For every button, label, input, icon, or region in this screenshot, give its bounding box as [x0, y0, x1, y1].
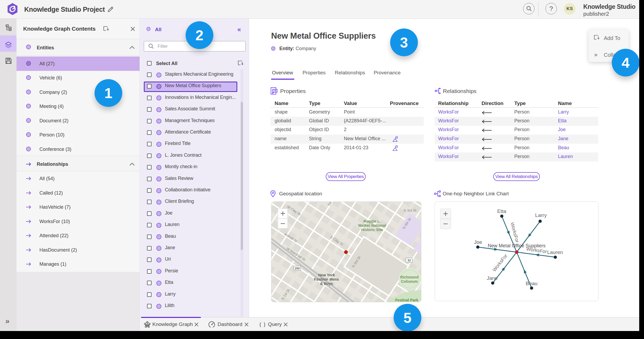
svg-text:Festival Park: Festival Park: [395, 298, 418, 302]
svg-text:Coliseum: Coliseum: [401, 279, 418, 284]
svg-text:WorksFor: WorksFor: [491, 253, 508, 273]
svg-text:Larry: Larry: [535, 212, 547, 218]
svg-text:New York: New York: [318, 273, 335, 277]
svg-text:& Boys: & Boys: [320, 281, 333, 286]
svg-text:Historic Site: Historic Site: [361, 228, 383, 232]
svg-text:N 3rd St: N 3rd St: [403, 208, 416, 212]
svg-text:250: 250: [295, 267, 300, 270]
svg-text:WorksFor: WorksFor: [510, 222, 520, 243]
svg-text:33: 33: [407, 259, 411, 262]
svg-text:Walker National: Walker National: [358, 223, 386, 228]
svg-text:Jane: Jane: [487, 275, 498, 281]
svg-text:Beau: Beau: [526, 281, 537, 286]
svg-text:Lauren: Lauren: [547, 249, 563, 255]
svg-text:Fashion Mens: Fashion Mens: [314, 277, 339, 281]
svg-text:Richmond: Richmond: [400, 275, 418, 279]
svg-text:Etta: Etta: [497, 208, 506, 214]
svg-text:Maggie L.: Maggie L.: [364, 219, 381, 223]
svg-text:Joe: Joe: [474, 239, 482, 245]
